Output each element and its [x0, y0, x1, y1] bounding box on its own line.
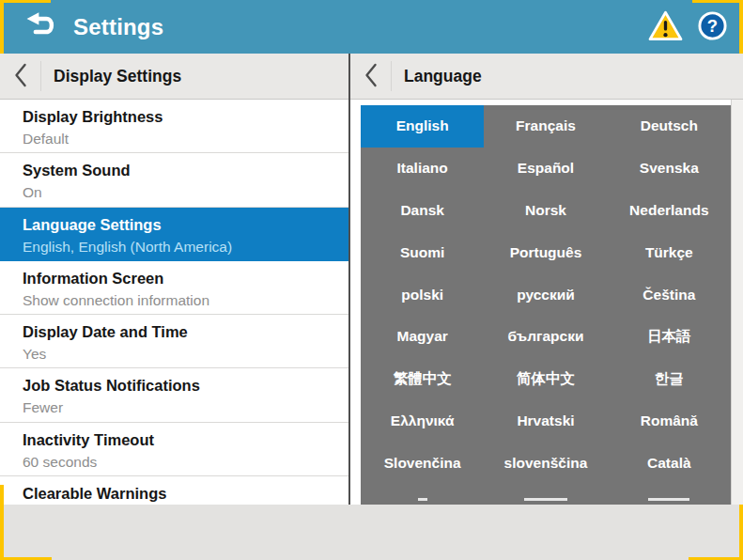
language-option[interactable]: Español: [484, 148, 607, 190]
setting-label: Language Settings: [23, 213, 339, 236]
setting-value: English, English (North America): [23, 236, 339, 258]
language-option[interactable]: Slovenčina: [361, 442, 484, 484]
language-option[interactable]: Português: [484, 231, 607, 273]
settings-list-item[interactable]: Display BrightnessDefault: [0, 100, 348, 153]
setting-label: Inactivity Timeout: [23, 428, 339, 451]
language-option[interactable]: slovenščina: [484, 442, 607, 484]
settings-list-item[interactable]: Display Date and TimeYes: [0, 315, 348, 368]
settings-screen: Settings ?: [0, 0, 743, 560]
crop-marker-top-left: [0, 0, 51, 3]
display-settings-back-chevron[interactable]: [0, 54, 40, 99]
language-option[interactable]: Italiano: [361, 148, 484, 190]
setting-value: 60 seconds: [23, 451, 339, 474]
settings-list-item[interactable]: Inactivity Timeout60 seconds: [0, 423, 348, 476]
crop-marker-bottom-left: [0, 485, 4, 560]
language-option[interactable]: Türkçe: [608, 231, 731, 273]
language-option[interactable]: 简体中文: [484, 358, 607, 400]
warning-button[interactable]: [648, 10, 683, 44]
setting-label: Clearable Warnings: [23, 482, 339, 505]
settings-list: Display BrightnessDefaultSystem SoundOnL…: [0, 100, 348, 505]
header-separator: [391, 61, 392, 91]
settings-list-item[interactable]: System SoundOn: [0, 153, 348, 207]
right-pane-title: Language: [404, 67, 482, 86]
language-option[interactable]: Română: [608, 400, 731, 443]
chevron-left-icon: [364, 63, 378, 90]
warning-triangle-icon: [648, 10, 683, 44]
help-button[interactable]: ?: [697, 10, 728, 44]
settings-list-item[interactable]: Information ScreenShow connection inform…: [0, 261, 348, 315]
setting-label: System Sound: [23, 159, 339, 181]
crop-marker-top-right: [739, 0, 743, 54]
setting-value: Yes: [23, 343, 339, 366]
setting-label: Display Brightness: [23, 105, 339, 128]
settings-list-item[interactable]: Clearable Warnings: [0, 476, 348, 505]
language-option[interactable]: Català: [608, 442, 731, 484]
crop-marker-top-left: [0, 0, 4, 54]
language-option-partial[interactable]: [361, 484, 484, 505]
language-option[interactable]: Deutsch: [608, 105, 731, 148]
crop-marker-top-right: [692, 0, 743, 3]
chevron-left-icon: [14, 63, 27, 90]
language-option[interactable]: български: [484, 316, 607, 358]
language-option[interactable]: English: [361, 105, 484, 148]
language-option[interactable]: Ελληνικά: [361, 400, 484, 443]
language-option[interactable]: русский: [484, 273, 607, 316]
header-separator: [40, 61, 41, 91]
back-arrow-icon: [23, 11, 60, 42]
setting-value: Default: [23, 128, 339, 150]
setting-label: Information Screen: [23, 267, 339, 289]
language-option-partial[interactable]: [608, 484, 731, 505]
language-panel: EnglishFrançaisDeutschItalianoEspañolSve…: [361, 105, 731, 505]
topbar-status-icons: ?: [648, 0, 728, 54]
help-icon: ?: [697, 10, 728, 44]
setting-value: Show connection information: [23, 289, 339, 312]
language-option[interactable]: Norsk: [484, 190, 607, 232]
language-option[interactable]: Français: [484, 105, 607, 148]
scrollbar-track[interactable]: [731, 100, 743, 505]
display-settings-header: Display Settings: [0, 54, 348, 100]
language-option[interactable]: Čeština: [608, 273, 731, 316]
language-option[interactable]: 日本語: [608, 316, 731, 358]
back-button[interactable]: [19, 8, 64, 46]
language-option[interactable]: Magyar: [361, 316, 484, 358]
bottom-bar: [0, 505, 743, 560]
language-option[interactable]: 한글: [608, 358, 731, 400]
language-option[interactable]: Dansk: [361, 190, 484, 232]
language-option-partial[interactable]: [484, 484, 607, 505]
setting-value: On: [23, 181, 339, 204]
page-title: Settings: [73, 14, 163, 40]
language-option[interactable]: 繁體中文: [361, 358, 484, 400]
settings-list-item[interactable]: Language SettingsEnglish, English (North…: [0, 208, 348, 261]
setting-value: Fewer: [23, 397, 339, 419]
setting-label: Job Status Notifications: [23, 374, 339, 397]
setting-label: Display Date and Time: [23, 320, 339, 343]
language-option[interactable]: Nederlands: [608, 190, 731, 232]
language-option[interactable]: Hrvatski: [484, 400, 607, 443]
language-option[interactable]: Suomi: [361, 231, 484, 273]
svg-text:?: ?: [707, 16, 718, 36]
language-back-chevron[interactable]: [350, 54, 391, 99]
topbar: Settings ?: [0, 0, 743, 54]
language-option[interactable]: polski: [361, 273, 484, 316]
language-grid: EnglishFrançaisDeutschItalianoEspañolSve…: [361, 105, 731, 505]
language-option[interactable]: Svenska: [608, 148, 731, 190]
language-header: Language: [350, 54, 743, 100]
settings-list-item[interactable]: Job Status NotificationsFewer: [0, 368, 348, 422]
left-pane-title: Display Settings: [54, 67, 181, 86]
crop-marker-bottom-right: [739, 505, 743, 560]
pane-divider: [348, 54, 350, 505]
